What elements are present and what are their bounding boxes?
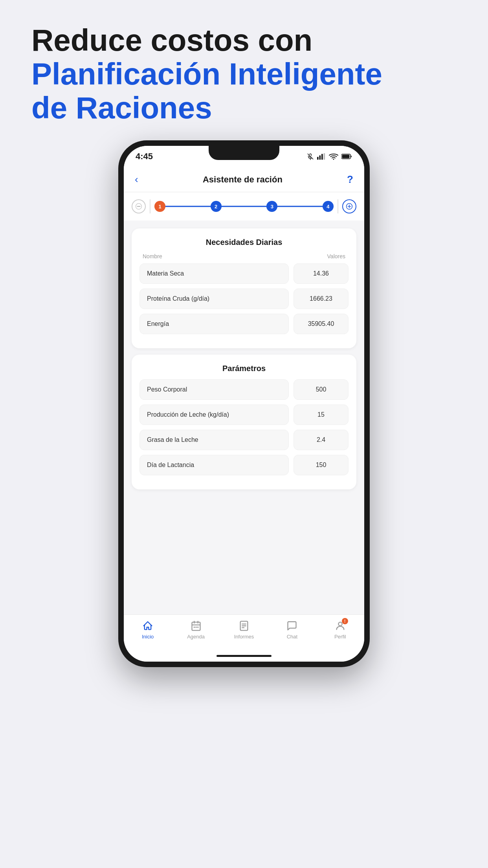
step-3[interactable]: 3 (266, 201, 277, 212)
nav-item-informes[interactable]: Informes (230, 620, 258, 640)
agenda-icon (190, 620, 202, 632)
nav-item-perfil[interactable]: ! Perfil (327, 620, 354, 640)
nav-item-chat[interactable]: Chat (278, 620, 306, 640)
home-indicator (124, 650, 364, 662)
param-value-2[interactable]: 15 (294, 405, 349, 425)
svg-rect-7 (342, 155, 350, 158)
param-label-1: Peso Corporal (139, 379, 289, 400)
daily-value-1[interactable]: 14.36 (294, 263, 349, 284)
daily-needs-card: Necesidades Diarias Nombre Valores Mater… (132, 228, 356, 348)
nav-label-perfil: Perfil (334, 634, 346, 640)
step-4[interactable]: 4 (323, 201, 334, 212)
nav-label-informes: Informes (234, 634, 254, 640)
daily-label-1: Materia Seca (139, 263, 289, 284)
signal-icon (317, 153, 326, 160)
svg-rect-3 (321, 154, 323, 160)
stepper-line: 1 2 3 4 (154, 199, 334, 213)
daily-needs-title: Necesidades Diarias (139, 238, 349, 247)
home-bar (216, 655, 272, 657)
col-nombre: Nombre (143, 253, 162, 259)
perfil-icon: ! (334, 620, 347, 632)
hero-line1: Reduce costos con (31, 24, 457, 57)
daily-row-2: Proteína Cruda (g/día) 1666.23 (139, 289, 349, 309)
hero-section: Reduce costos con Planificación Intelige… (0, 0, 488, 140)
nav-label-agenda: Agenda (187, 634, 205, 640)
nav-item-agenda[interactable]: Agenda (182, 620, 210, 640)
col-valores: Valores (327, 253, 345, 259)
svg-rect-13 (192, 622, 200, 631)
help-button[interactable]: ? (347, 173, 353, 186)
hero-line3: de Raciones (31, 91, 457, 125)
stepper: 1 2 3 4 (124, 192, 364, 221)
back-button[interactable]: ‹ (135, 173, 138, 186)
nav-title: Asistente de ración (203, 175, 283, 185)
daily-value-2[interactable]: 1666.23 (294, 289, 349, 309)
bottom-nav: Inicio Agenda (124, 614, 364, 650)
daily-label-2: Proteína Cruda (g/día) (139, 289, 289, 309)
param-value-3[interactable]: 2.4 (294, 430, 349, 450)
phone-frame: 4:45 (118, 140, 370, 667)
nav-label-inicio: Inicio (142, 634, 154, 640)
status-time: 4:45 (136, 151, 153, 162)
wifi-icon (329, 153, 338, 160)
param-label-2: Producción de Leche (kg/día) (139, 405, 289, 425)
svg-rect-4 (324, 153, 325, 160)
param-row-2: Producción de Leche (kg/día) 15 (139, 405, 349, 425)
hero-line2: Planificación Inteligente (31, 57, 457, 91)
param-row-3: Grasa de la Leche 2.4 (139, 430, 349, 450)
param-label-4: Día de Lactancia (139, 455, 289, 475)
svg-rect-2 (319, 156, 321, 160)
params-card: Parámetros Peso Corporal 500 Producción … (132, 355, 356, 489)
steps-row: 1 2 3 4 (154, 201, 334, 212)
stepper-divider-left (150, 199, 150, 213)
perfil-badge: ! (342, 618, 348, 624)
svg-point-24 (338, 622, 342, 626)
phone-screen: 4:45 (124, 146, 364, 662)
stepper-divider-right (338, 199, 338, 213)
daily-row-1: Materia Seca 14.36 (139, 263, 349, 284)
daily-value-3[interactable]: 35905.40 (294, 314, 349, 334)
top-nav: ‹ Asistente de ración ? (124, 167, 364, 192)
step-1[interactable]: 1 (154, 201, 165, 212)
param-label-3: Grasa de la Leche (139, 430, 289, 450)
params-title: Parámetros (139, 364, 349, 373)
status-icons (307, 153, 352, 160)
notch (209, 146, 279, 160)
param-row-1: Peso Corporal 500 (139, 379, 349, 400)
home-icon (141, 620, 154, 632)
daily-row-3: Energía 35905.40 (139, 314, 349, 334)
param-value-4[interactable]: 150 (294, 455, 349, 475)
step-2[interactable]: 2 (211, 201, 222, 212)
stepper-minus-button[interactable] (132, 199, 146, 213)
chat-icon (286, 620, 298, 632)
mute-icon (307, 153, 314, 160)
stepper-plus-button[interactable] (342, 199, 356, 213)
param-value-1[interactable]: 500 (294, 379, 349, 400)
svg-point-5 (333, 159, 334, 160)
nav-item-inicio[interactable]: Inicio (134, 620, 161, 640)
col-headers: Nombre Valores (139, 253, 349, 259)
scroll-content[interactable]: Necesidades Diarias Nombre Valores Mater… (124, 221, 364, 614)
nav-label-chat: Chat (287, 634, 297, 640)
daily-label-3: Energía (139, 314, 289, 334)
battery-icon (341, 153, 352, 160)
svg-rect-1 (317, 157, 319, 160)
informes-icon (238, 620, 250, 632)
param-row-4: Día de Lactancia 150 (139, 455, 349, 475)
